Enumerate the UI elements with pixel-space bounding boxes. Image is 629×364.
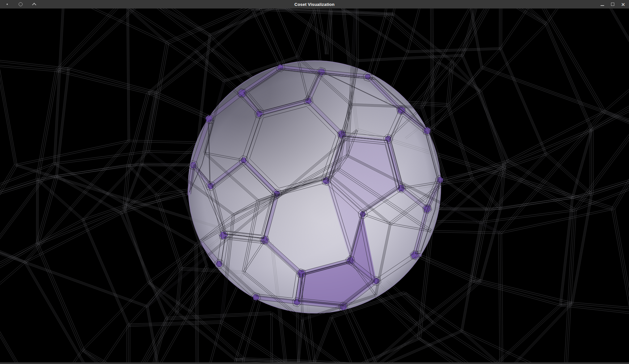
maximize-button[interactable] — [609, 0, 617, 8]
coset-3d-canvas[interactable] — [0, 8, 629, 362]
minimize-button[interactable] — [598, 0, 606, 8]
window-title: Coset Visualization — [295, 2, 335, 7]
minimize-icon — [601, 5, 604, 6]
window-bottom-border — [0, 362, 629, 364]
app-window: Coset Visualization × — [0, 0, 629, 364]
dot-icon — [7, 4, 8, 5]
chevron-glyph-icon — [32, 3, 36, 7]
close-button[interactable]: × — [619, 0, 627, 8]
window-controls: × — [598, 0, 627, 8]
viewport[interactable] — [0, 8, 629, 362]
maximize-icon — [611, 3, 614, 6]
menu-dot-icon[interactable] — [3, 0, 11, 8]
close-icon: × — [621, 1, 625, 8]
circle-glyph-icon — [19, 2, 23, 6]
chevron-up-icon[interactable] — [30, 0, 38, 8]
titlebar[interactable]: Coset Visualization × — [0, 0, 629, 8]
circle-icon[interactable] — [17, 0, 25, 8]
titlebar-left-icons — [2, 0, 38, 8]
